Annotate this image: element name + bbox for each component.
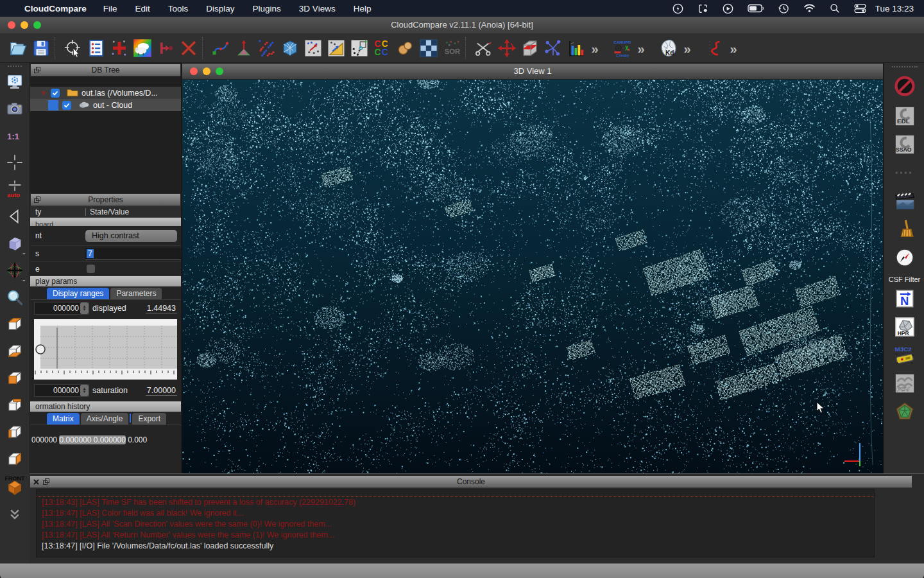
apply-transform-button[interactable] <box>542 36 565 60</box>
console-message[interactable]: [13:18:47] [LAS] All 'Scan Direction' va… <box>37 519 874 530</box>
overflow-button[interactable]: » <box>588 36 611 60</box>
overflow-button[interactable]: » <box>634 36 657 60</box>
mesh-button[interactable] <box>278 36 302 60</box>
histogram-button[interactable] <box>565 36 588 60</box>
no-filter-button[interactable] <box>891 75 919 97</box>
saturation-value-field[interactable]: 7.00000 <box>146 386 177 396</box>
point-pair-align-button[interactable] <box>348 36 371 60</box>
primitive-button[interactable] <box>394 36 417 60</box>
kd-tree-button[interactable]: Kd <box>657 36 680 60</box>
zoom-fit-button[interactable] <box>4 286 26 308</box>
m3c2-button[interactable]: M3C2 <box>891 344 919 366</box>
checkerboard-button[interactable] <box>417 36 440 60</box>
save-button[interactable] <box>30 36 53 60</box>
tab-display-ranges[interactable]: Display ranges <box>47 288 109 299</box>
pcv-button[interactable]: PCV <box>891 372 919 394</box>
back-triangle-button[interactable] <box>4 206 26 227</box>
steps-spinbox[interactable]: 7 <box>85 248 181 260</box>
console-message[interactable]: [13:18:47] [I/O] File '/Volumes/Data/fc/… <box>37 541 874 552</box>
view-top-button[interactable] <box>4 313 26 335</box>
float-panel-icon[interactable] <box>34 197 40 203</box>
spotlight-icon[interactable] <box>830 3 840 13</box>
matrix-values-row[interactable]: 000000 0.000000 0.000000 0.000 <box>30 434 181 446</box>
tree-item-out-las[interactable]: out.las (/Volumes/D... <box>30 87 181 99</box>
cc-distance-button[interactable]: CCCC <box>371 36 394 60</box>
sf-histogram[interactable] <box>34 319 177 380</box>
stepper-icon[interactable]: ▲▼ <box>80 385 89 396</box>
dots-button[interactable] <box>891 162 919 184</box>
overflow-button[interactable]: » <box>680 36 703 60</box>
view-bottom-button[interactable] <box>4 340 26 362</box>
merge-button[interactable] <box>154 36 177 60</box>
facets-button[interactable] <box>891 401 919 423</box>
saturation-min-spinbox[interactable]: 000000 ▲▼ <box>34 384 89 397</box>
view-iso-button[interactable]: FRONT <box>4 475 26 497</box>
play-circle-icon[interactable] <box>723 3 733 14</box>
app-menu[interactable]: CloudCompare <box>24 4 87 13</box>
overflow-button[interactable]: » <box>726 36 749 60</box>
segment-button[interactable] <box>209 36 232 60</box>
menu-item-file[interactable]: File <box>103 4 117 13</box>
tab-axis-angle[interactable]: Axis/Angle <box>81 413 129 425</box>
normals-button[interactable] <box>232 36 255 60</box>
visible-checkbox[interactable] <box>87 265 95 273</box>
console-message[interactable]: [13:18:47] [LAS] All 'Return Number' val… <box>37 530 874 541</box>
clone-button[interactable] <box>131 36 154 60</box>
menu-clock[interactable]: Tue 13:23 <box>875 4 914 13</box>
cross-section-button[interactable] <box>518 36 542 60</box>
visibility-checkbox[interactable] <box>62 101 71 110</box>
bolt-circle-icon[interactable] <box>672 3 683 14</box>
display-min-spinbox[interactable]: 000000 ▲▼ <box>34 302 89 315</box>
canupo-button[interactable]: CANUPOCreate <box>611 36 634 60</box>
sor-button[interactable]: SOR <box>440 36 463 60</box>
menu-item-display[interactable]: Display <box>206 4 234 13</box>
tree-item-out[interactable]: out - Cloud <box>30 99 181 111</box>
tab-export[interactable]: Export <box>132 413 166 425</box>
color-scale-dropdown[interactable]: High contrast <box>85 230 177 242</box>
displayed-value-field[interactable]: 1.44943 <box>146 304 177 313</box>
csf-broom-button[interactable] <box>891 218 919 240</box>
menu-item-plugins[interactable]: Plugins <box>253 4 281 13</box>
menu-item-3d-views[interactable]: 3D Views <box>299 4 336 13</box>
add-points-button[interactable] <box>108 36 131 60</box>
animation-button[interactable] <box>891 190 919 212</box>
float-panel-icon[interactable] <box>34 67 40 73</box>
tab-parameters[interactable]: Parameters <box>110 288 162 299</box>
view-right-button[interactable] <box>4 448 26 470</box>
compass-button[interactable] <box>891 247 919 268</box>
normals-n-button[interactable]: N <box>891 288 919 310</box>
expand-arrow-icon[interactable] <box>40 90 47 96</box>
register-button[interactable] <box>302 36 325 60</box>
view-front-button[interactable] <box>4 367 26 389</box>
wifi-icon[interactable] <box>803 4 816 13</box>
scissors-button[interactable] <box>472 36 495 60</box>
display-options-button[interactable] <box>4 71 26 92</box>
stepper-icon[interactable]: ▲▼ <box>80 302 89 314</box>
ssao-button[interactable]: SSAO <box>891 134 919 155</box>
3d-view-window[interactable]: 3D View 1 <box>182 63 884 473</box>
tab-matrix[interactable]: Matrix <box>47 413 80 425</box>
pick-center-button[interactable] <box>4 152 26 173</box>
display-mirror-icon[interactable] <box>697 3 708 14</box>
menu-item-edit[interactable]: Edit <box>135 4 150 13</box>
close-console-icon[interactable] <box>33 479 39 485</box>
menu-item-tools[interactable]: Tools <box>168 4 189 13</box>
control-center-icon[interactable] <box>854 4 866 13</box>
point-cloud-canvas[interactable] <box>182 80 883 473</box>
rotate-translate-button[interactable] <box>495 36 518 60</box>
subsample-button[interactable] <box>255 36 278 60</box>
battery-icon[interactable] <box>748 4 764 13</box>
console-message[interactable]: [13:18:43] [LAS] Time SF has been shifte… <box>37 496 874 508</box>
pick-point-button[interactable] <box>62 36 85 60</box>
console-log-list[interactable]: [13:18:43] [LAS] Time SF has been shifte… <box>36 489 875 557</box>
fine-align-button[interactable] <box>325 36 348 60</box>
delete-button[interactable] <box>177 36 200 60</box>
auto-pick-center-button[interactable]: auto <box>4 179 26 200</box>
zoom-1-1-button[interactable]: 1:1 <box>4 125 26 146</box>
time-machine-icon[interactable] <box>778 3 789 14</box>
menu-item-help[interactable]: Help <box>354 4 372 13</box>
screenshot-button[interactable] <box>4 98 26 119</box>
bubble-view-button[interactable]: ⌄ <box>4 232 26 254</box>
more-views-button[interactable] <box>4 502 26 524</box>
open-button[interactable] <box>6 36 30 60</box>
